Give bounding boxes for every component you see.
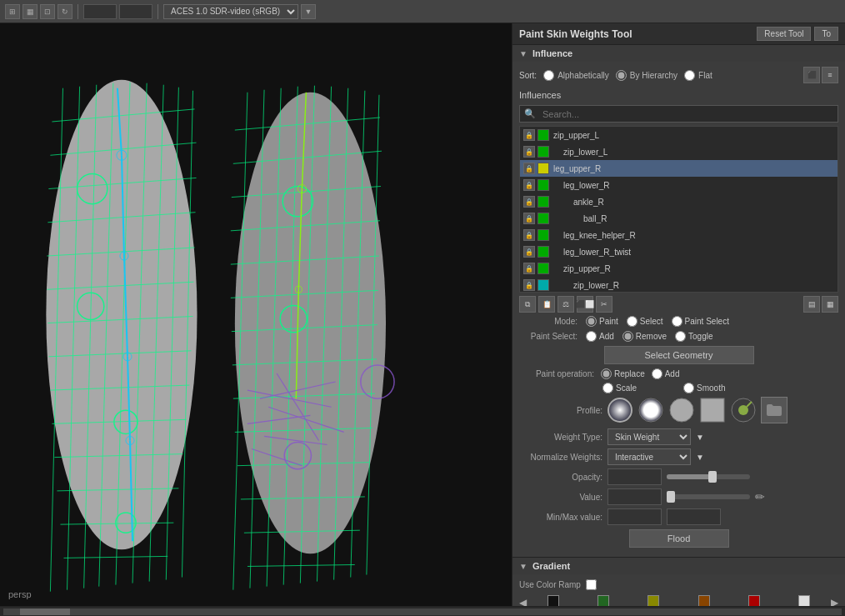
mode-paint-radio[interactable]: [586, 316, 597, 327]
toolbar-icon-1[interactable]: ⊞: [5, 4, 20, 19]
inf-tool-cols1[interactable]: ▤: [803, 296, 820, 313]
list-item[interactable]: 🔒 leg_upper_R: [520, 160, 838, 177]
mode-row: Mode: Paint Select Paint Select: [519, 316, 838, 327]
use-color-ramp-checkbox[interactable]: [586, 579, 597, 590]
weight-type-dropdown[interactable]: Skin Weight: [608, 428, 691, 445]
h-scrollbar-track[interactable]: [3, 608, 842, 615]
value-input[interactable]: 0.0000: [608, 488, 662, 505]
inf-tool-paste[interactable]: 📋: [538, 296, 555, 313]
toolbar-icon-4[interactable]: ↻: [58, 4, 72, 19]
pen-icon[interactable]: ✏: [755, 490, 765, 503]
po-add-radio[interactable]: [652, 368, 662, 379]
weight-type-label: Weight Type:: [519, 433, 602, 442]
list-item[interactable]: 🔒 zip_upper_R: [520, 260, 838, 277]
color-stop-5[interactable]: [748, 595, 760, 606]
profile-solid[interactable]: [668, 397, 695, 423]
profile-square[interactable]: [699, 397, 726, 423]
gradient-section-content: Use Color Ramp ◀: [512, 574, 845, 606]
po-smooth: Smooth: [683, 383, 725, 393]
list-item[interactable]: 🔒 ball_R: [520, 210, 838, 227]
inf-tool-cols2[interactable]: ▦: [822, 296, 838, 313]
select-geo-btn[interactable]: Select Geometry: [604, 346, 754, 364]
sort-alpha-radio[interactable]: [543, 70, 554, 81]
po-scale-radio[interactable]: [602, 383, 613, 393]
normalize-arrow[interactable]: ▼: [696, 453, 704, 462]
influence-section-header[interactable]: ▼ Influence: [512, 45, 845, 62]
search-input[interactable]: [540, 107, 838, 122]
lock-icon: 🔒: [523, 263, 535, 274]
sort-flat-label: Flat: [698, 71, 712, 80]
h-scrollbar-thumb[interactable]: [20, 608, 70, 615]
list-item[interactable]: 🔒 zip_upper_L: [520, 127, 838, 143]
inf-tool-btn-a[interactable]: ⬛: [803, 67, 820, 83]
gradient-left-arrow[interactable]: ◀: [519, 597, 527, 606]
po-smooth-radio[interactable]: [683, 383, 694, 393]
influence-name: leg_lower_R_twist: [553, 248, 631, 257]
normalize-dropdown[interactable]: Interactive: [608, 448, 691, 465]
reset-tool-btn[interactable]: Reset Tool: [757, 27, 811, 41]
value-slider-thumb[interactable]: [667, 491, 675, 503]
color-stop-3[interactable]: [648, 595, 659, 606]
minmax-max-input[interactable]: 1.0000: [667, 508, 721, 525]
inf-tool-copy[interactable]: ⧉: [519, 296, 536, 313]
panel-header: Paint Skin Weights Tool Reset Tool To: [512, 23, 845, 45]
toolbar-icon-2[interactable]: ▦: [22, 4, 38, 19]
list-item[interactable]: 🔒 ankle_R: [520, 193, 838, 210]
list-item[interactable]: 🔒 leg_lower_R_twist: [520, 243, 838, 260]
color-stop-1[interactable]: [548, 595, 559, 606]
viewport[interactable]: persp: [0, 23, 512, 606]
sort-flat-radio[interactable]: [684, 70, 695, 81]
opacity-slider[interactable]: [667, 474, 750, 479]
value-slider[interactable]: [667, 494, 750, 499]
profile-gaussian[interactable]: [607, 397, 633, 423]
color-stop-4[interactable]: [698, 595, 710, 606]
influence-color: [538, 279, 549, 291]
weight-type-arrow[interactable]: ▼: [696, 433, 704, 442]
lock-icon: 🔒: [523, 146, 535, 158]
mode-label: Mode:: [519, 317, 578, 326]
influence-name: leg_lower_R: [553, 181, 610, 190]
ps-toggle-radio[interactable]: [675, 331, 686, 342]
opacity-slider-thumb[interactable]: [708, 471, 717, 483]
list-item[interactable]: 🔒 zip_lower_R: [520, 277, 838, 293]
profile-airbrush[interactable]: [730, 397, 757, 423]
ps-add-radio[interactable]: [586, 331, 597, 342]
gradient-right-arrow[interactable]: ▶: [831, 597, 838, 606]
po-smooth-label: Smooth: [697, 383, 725, 393]
gradient-use-color-ramp-label: Use Color Ramp: [519, 580, 581, 589]
ps-add-label: Add: [599, 332, 614, 341]
color-stop-6[interactable]: [798, 595, 810, 606]
mode-select-radio[interactable]: [627, 316, 638, 327]
toolbar-value2[interactable]: 1.00: [119, 4, 152, 19]
svg-point-79: [639, 398, 662, 422]
to-btn[interactable]: To: [814, 27, 838, 41]
sort-hier-radio[interactable]: [616, 70, 627, 81]
ps-remove-radio[interactable]: [622, 331, 633, 342]
color-stop-2[interactable]: [598, 595, 609, 606]
renderer-select[interactable]: ACES 1.0 SDR-video (sRGB): [163, 4, 298, 19]
minmax-label: Min/Max value:: [519, 513, 602, 522]
inf-tool-normalize[interactable]: ⚖: [558, 296, 574, 313]
inf-tool-mirror[interactable]: ⬛⬜: [577, 296, 593, 313]
inf-tool-btn-b[interactable]: ≡: [822, 67, 838, 83]
opacity-input[interactable]: 0.5534: [608, 468, 662, 485]
toolbar-icon-3[interactable]: ⊡: [40, 4, 55, 19]
gradient-section-header[interactable]: ▼ Gradient: [512, 558, 845, 574]
inf-tool-prune[interactable]: ✂: [596, 296, 612, 313]
profile-flat[interactable]: [638, 397, 664, 423]
influence-color: [538, 196, 549, 208]
toolbar-value1[interactable]: 0.00: [83, 4, 117, 19]
influence-list[interactable]: 🔒 zip_upper_L 🔒 zip_lower_L 🔒 leg_upper_…: [519, 126, 838, 293]
list-item[interactable]: 🔒 leg_lower_R: [520, 177, 838, 193]
search-icon: 🔍: [520, 106, 540, 122]
minmax-min-input[interactable]: 0.0000: [608, 508, 662, 525]
po-replace-radio[interactable]: [601, 368, 612, 379]
list-item[interactable]: 🔒 leg_knee_helper_R: [520, 227, 838, 243]
viewport-label: persp: [8, 589, 32, 599]
bottom-scrollbar[interactable]: [0, 606, 845, 616]
list-item[interactable]: 🔒 zip_lower_L: [520, 143, 838, 160]
renderer-dropdown-icon[interactable]: ▼: [301, 4, 316, 19]
profile-folder-btn[interactable]: [761, 397, 788, 423]
flood-btn[interactable]: Flood: [629, 529, 729, 548]
mode-paintselect-radio[interactable]: [672, 316, 682, 327]
